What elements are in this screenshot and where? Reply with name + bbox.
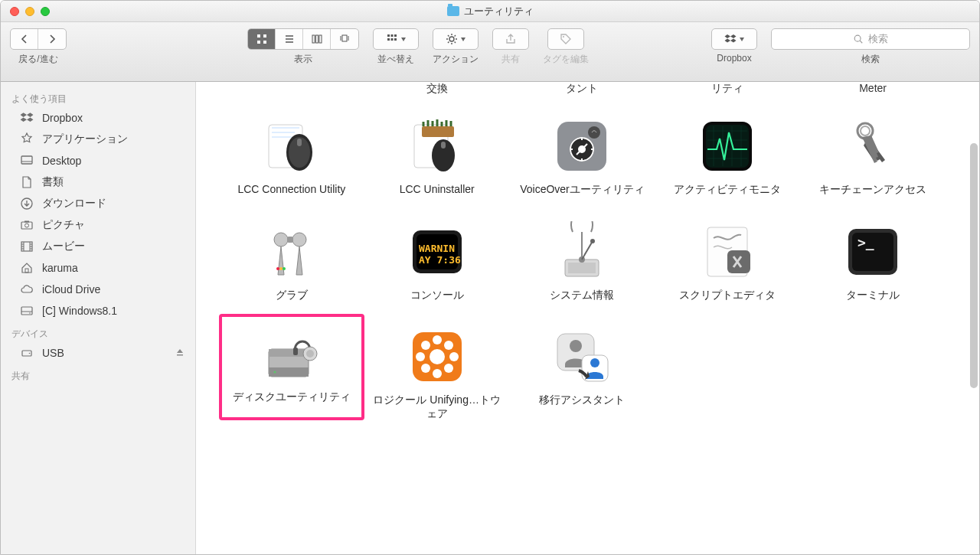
svg-rect-17 — [391, 38, 394, 41]
partial-label: タント — [510, 82, 655, 103]
mouse-icon — [260, 114, 324, 178]
svg-rect-51 — [441, 142, 446, 149]
sidebar-item-usb[interactable]: USB — [1, 342, 195, 364]
svg-rect-0 — [257, 34, 260, 38]
sidebar-item-pictures[interactable]: ピクチャ — [1, 214, 195, 236]
svg-rect-87 — [293, 348, 298, 355]
forward-button[interactable] — [38, 29, 66, 49]
app-terminal[interactable]: >_ ターミナル — [800, 209, 946, 302]
sidebar-item-downloads[interactable]: ダウンロード — [1, 193, 195, 214]
svg-rect-77 — [727, 250, 750, 273]
app-migration-assistant[interactable]: 移行アシスタント — [510, 314, 655, 420]
columns-icon — [311, 33, 323, 45]
svg-rect-82 — [269, 349, 309, 357]
disk-utility-icon — [260, 322, 324, 386]
close-button[interactable] — [10, 7, 19, 16]
titlebar: ユーティリティ — [1, 1, 979, 22]
app-activity-monitor[interactable]: アクティビティモニタ — [655, 103, 800, 197]
view-list-button[interactable] — [276, 29, 303, 49]
gear-icon — [446, 33, 458, 45]
nav-group: 戻る/進む — [10, 28, 67, 66]
svg-point-20 — [563, 36, 564, 38]
app-keychain[interactable]: キーチェーンアクセス — [800, 103, 946, 197]
svg-rect-28 — [24, 221, 29, 223]
search-input[interactable]: 検索 — [771, 28, 970, 50]
tags-button[interactable] — [547, 28, 584, 50]
share-button[interactable] — [492, 28, 529, 50]
app-system-info[interactable]: システム情報 — [510, 209, 655, 302]
sidebar-section-favorites: よく使う項目 — [1, 87, 195, 107]
keychain-icon — [841, 114, 905, 178]
view-label: 表示 — [294, 53, 312, 66]
list-icon — [283, 33, 296, 45]
app-grab[interactable]: グラブ — [219, 209, 364, 302]
dropbox-icon — [19, 111, 34, 125]
sidebar-item-label: ピクチャ — [42, 218, 85, 232]
app-voiceover[interactable]: VoiceOverユーティリティ — [510, 103, 655, 197]
view-group: 表示 — [247, 28, 359, 66]
downloads-icon — [19, 197, 34, 211]
sidebar-item-home[interactable]: karuma — [1, 257, 195, 279]
dropbox-icon — [724, 33, 737, 45]
arrange-button[interactable] — [373, 28, 419, 50]
svg-rect-10 — [342, 35, 347, 41]
dropbox-button[interactable] — [711, 28, 757, 50]
svg-rect-47 — [297, 139, 302, 146]
app-logitech-unifying[interactable]: ロジクール Unifying…トウェア — [364, 314, 510, 420]
app-disk-utility[interactable]: ディスクユーティリティ — [219, 314, 364, 420]
app-console[interactable]: WARNINAY 7:36 コンソール — [364, 209, 510, 302]
action-button[interactable] — [433, 28, 479, 50]
sidebar-item-dropbox[interactable]: Dropbox — [1, 107, 195, 129]
svg-rect-18 — [394, 38, 397, 41]
sidebar-item-applications[interactable]: アプリケーション — [1, 129, 195, 150]
toolbar: 戻る/進む 表示 — [1, 22, 979, 82]
minimize-button[interactable] — [25, 7, 34, 16]
desktop-icon — [19, 154, 34, 168]
svg-point-63 — [292, 233, 306, 246]
svg-point-86 — [306, 350, 314, 357]
sidebar-item-label: USB — [42, 347, 64, 359]
broom-icon — [405, 114, 469, 178]
sidebar-item-label: アプリケーション — [42, 132, 128, 146]
eject-icon[interactable] — [175, 347, 185, 359]
partial-label: 交換 — [364, 82, 510, 103]
view-icon-button[interactable] — [248, 29, 276, 49]
chevron-down-icon — [740, 38, 744, 41]
sidebar-section-devices: デバイス — [1, 322, 195, 342]
app-label: ディスクユーティリティ — [233, 390, 351, 404]
action-label: アクション — [433, 53, 479, 66]
zoom-button[interactable] — [41, 7, 50, 16]
sidebar-item-documents[interactable]: 書類 — [1, 171, 195, 193]
body: よく使う項目 Dropbox アプリケーション Desktop 書類 ダウンロー… — [1, 82, 979, 554]
svg-point-92 — [416, 352, 425, 361]
svg-text:WARNIN: WARNIN — [419, 243, 455, 254]
partial-label: Meter — [800, 82, 946, 103]
app-script-editor[interactable]: スクリプトエディタ — [655, 209, 800, 302]
app-label: VoiceOverユーティリティ — [520, 183, 645, 197]
view-coverflow-button[interactable] — [331, 29, 358, 49]
app-label: ロジクール Unifying…トウェア — [372, 393, 502, 420]
sidebar-item-label: Desktop — [42, 155, 81, 167]
svg-rect-16 — [387, 38, 390, 41]
sidebar-item-windows[interactable]: [C] Windows8.1 — [1, 300, 195, 322]
svg-point-90 — [433, 335, 442, 344]
scrollbar[interactable] — [970, 143, 978, 388]
svg-rect-8 — [315, 35, 318, 43]
arrange-label: 並べ替え — [377, 53, 414, 66]
svg-point-96 — [421, 364, 430, 373]
sidebar-item-movies[interactable]: ムービー — [1, 236, 195, 257]
sidebar-item-desktop[interactable]: Desktop — [1, 150, 195, 171]
pictures-icon — [19, 218, 34, 232]
disk-icon — [19, 346, 34, 360]
back-button[interactable] — [11, 29, 38, 49]
view-column-button[interactable] — [303, 29, 331, 49]
app-lcc-connection[interactable]: LCC Connection Utility — [219, 103, 364, 197]
app-label: LCC Connection Utility — [237, 183, 345, 197]
grid-icon — [256, 33, 268, 45]
sidebar-item-label: Dropbox — [42, 112, 83, 124]
partial-label: リティ — [655, 82, 800, 103]
app-lcc-uninstaller[interactable]: LCC Uninstaller — [364, 103, 510, 197]
coverflow-icon — [338, 33, 351, 45]
sidebar-item-icloud[interactable]: iCloud Drive — [1, 279, 195, 300]
svg-point-62 — [274, 233, 288, 246]
